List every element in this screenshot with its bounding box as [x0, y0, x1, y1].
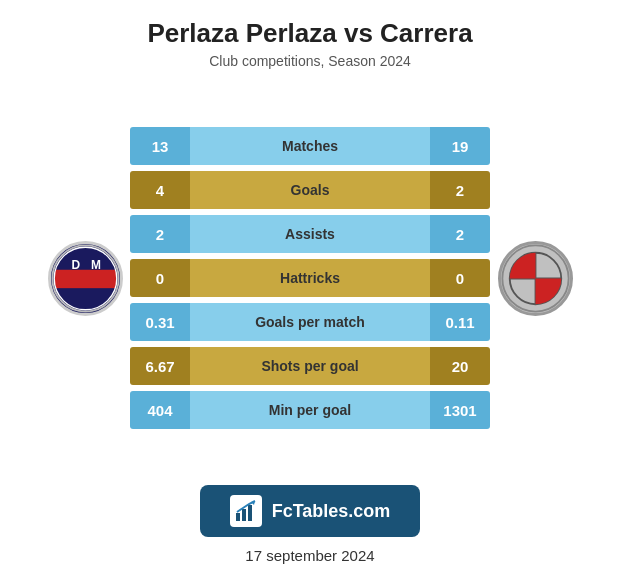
stat-label: Hattricks — [190, 259, 430, 297]
header: Perlaza Perlaza vs Carrera Club competit… — [0, 0, 620, 75]
stat-row: 4Goals2 — [130, 171, 490, 209]
stat-row: 404Min per goal1301 — [130, 391, 490, 429]
stat-label: Matches — [190, 127, 430, 165]
team-right-logo-container — [490, 241, 580, 316]
main-area: D M 13Matches194Goals22Assists20Hattrick… — [0, 75, 620, 471]
stat-left-value: 0 — [130, 259, 190, 297]
svg-text:M: M — [91, 257, 101, 271]
svg-text:D: D — [71, 257, 80, 271]
stats-container: 13Matches194Goals22Assists20Hattricks00.… — [130, 127, 490, 429]
stat-left-value: 2 — [130, 215, 190, 253]
stat-right-value: 1301 — [430, 391, 490, 429]
stat-right-value: 20 — [430, 347, 490, 385]
fctables-badge: FcTables.com — [200, 485, 421, 537]
svg-rect-12 — [248, 505, 252, 521]
team-right-logo — [498, 241, 573, 316]
stat-row: 6.67Shots per goal20 — [130, 347, 490, 385]
stat-right-value: 0 — [430, 259, 490, 297]
team-left-logo: D M — [48, 241, 123, 316]
fctables-label: FcTables.com — [272, 501, 391, 522]
stat-right-value: 2 — [430, 171, 490, 209]
stat-right-value: 19 — [430, 127, 490, 165]
stat-label: Min per goal — [190, 391, 430, 429]
page-subtitle: Club competitions, Season 2024 — [10, 53, 610, 69]
svg-rect-2 — [53, 269, 116, 287]
stat-left-value: 13 — [130, 127, 190, 165]
stat-label: Goals per match — [190, 303, 430, 341]
stat-row: 2Assists2 — [130, 215, 490, 253]
stat-label: Goals — [190, 171, 430, 209]
stat-left-value: 0.31 — [130, 303, 190, 341]
stat-label: Assists — [190, 215, 430, 253]
stat-row: 13Matches19 — [130, 127, 490, 165]
team-left-logo-container: D M — [40, 241, 130, 316]
footer-date: 17 september 2024 — [245, 547, 374, 564]
stat-left-value: 404 — [130, 391, 190, 429]
svg-rect-11 — [242, 509, 246, 521]
fctables-icon — [230, 495, 262, 527]
footer: FcTables.com 17 september 2024 — [190, 471, 431, 580]
page-title: Perlaza Perlaza vs Carrera — [10, 18, 610, 49]
stat-right-value: 0.11 — [430, 303, 490, 341]
page: Perlaza Perlaza vs Carrera Club competit… — [0, 0, 620, 580]
stat-row: 0.31Goals per match0.11 — [130, 303, 490, 341]
stat-left-value: 4 — [130, 171, 190, 209]
svg-rect-10 — [236, 513, 240, 521]
stat-row: 0Hattricks0 — [130, 259, 490, 297]
stat-label: Shots per goal — [190, 347, 430, 385]
stat-left-value: 6.67 — [130, 347, 190, 385]
stat-right-value: 2 — [430, 215, 490, 253]
